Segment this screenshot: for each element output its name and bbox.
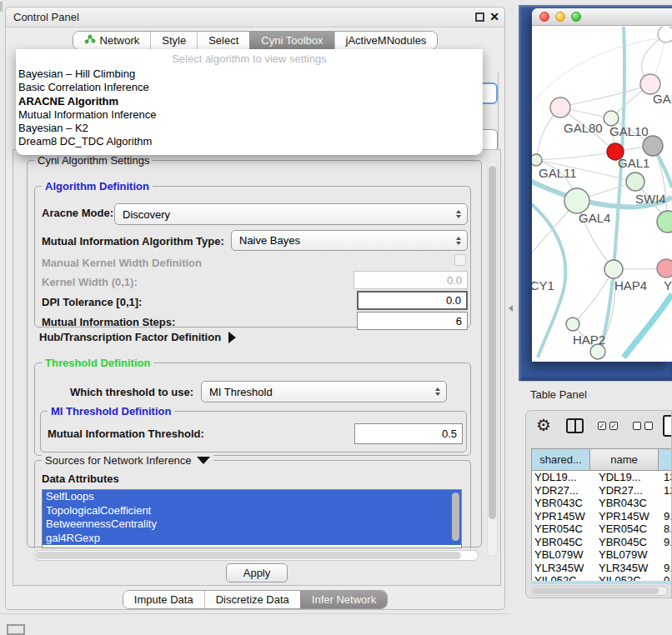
- list-scrollbar-thumb[interactable]: [452, 492, 459, 541]
- network-node[interactable]: [566, 318, 579, 331]
- attribute-item[interactable]: gal4RGexp: [43, 532, 461, 546]
- table-cell: YDL19...: [532, 471, 590, 484]
- column-header-partial[interactable]: [659, 449, 672, 470]
- which-threshold-value: MI Threshold: [209, 386, 273, 398]
- algorithm-option[interactable]: Bayesian – Hill Climbing: [16, 68, 483, 81]
- table-row[interactable]: YBR045CYBR045C9.: [532, 536, 672, 549]
- attribute-item[interactable]: TopologicalCoefficient: [43, 504, 461, 518]
- network-node[interactable]: [626, 172, 644, 191]
- control-panel-titlebar[interactable]: Control Panel ✕: [6, 8, 504, 28]
- mi-threshold-input[interactable]: 0.5: [354, 423, 463, 444]
- tab-discretize-data[interactable]: Discretize Data: [204, 591, 300, 608]
- table-panel-title: Table Panel: [530, 388, 587, 401]
- algorithm-option[interactable]: Basic Correlation Inference: [16, 81, 483, 94]
- network-node-label: GAL80: [564, 121, 603, 135]
- table-row[interactable]: YPR145WYPR145W9.: [532, 510, 672, 523]
- tab-network[interactable]: Network: [73, 32, 151, 49]
- settings-vertical-scrollbar[interactable]: [487, 162, 498, 557]
- gear-icon[interactable]: ⚙: [536, 412, 551, 438]
- split-columns-icon[interactable]: [566, 418, 584, 433]
- manual-kernel-width-checkbox[interactable]: [454, 254, 466, 266]
- algorithm-option[interactable]: ARACNE Algorithm: [16, 95, 483, 108]
- network-node[interactable]: [657, 211, 672, 232]
- hscrollbar-thumb[interactable]: [35, 552, 461, 559]
- table-row[interactable]: YER054CYER054C8.: [532, 522, 672, 536]
- aracne-mode-combo[interactable]: Discovery: [114, 203, 468, 225]
- combo-stepper-icon: [456, 231, 461, 250]
- float-panel-icon[interactable]: [475, 12, 484, 22]
- network-node-label: Y: [664, 278, 672, 292]
- zoom-window-icon[interactable]: [571, 12, 581, 22]
- tab-style[interactable]: Style: [150, 32, 197, 49]
- settings-horizontal-scrollbar[interactable]: [33, 550, 479, 561]
- tab-infer-network[interactable]: Infer Network: [300, 591, 387, 608]
- network-node[interactable]: [550, 98, 570, 118]
- column-header-shared-name[interactable]: shared...: [532, 449, 590, 470]
- mi-steps-input[interactable]: 6: [357, 312, 468, 330]
- mi-algorithm-type-combo[interactable]: Naive Bayes: [231, 230, 468, 251]
- table-cell: 12: [659, 484, 672, 498]
- table-row[interactable]: YDR27...YDR27...12: [532, 484, 672, 498]
- table-row[interactable]: YDL19...YDL19...13: [532, 471, 672, 484]
- column-header-name[interactable]: name: [590, 449, 659, 470]
- tab-impute-data[interactable]: Impute Data: [123, 591, 204, 608]
- which-threshold-combo[interactable]: MI Threshold: [201, 381, 447, 402]
- dpi-tolerance-input[interactable]: 0.0: [357, 291, 468, 310]
- table-row[interactable]: YLR345WYLR345W9.: [532, 562, 672, 575]
- table-cell: YER054C: [590, 522, 659, 536]
- deselect-all-icon[interactable]: [633, 422, 653, 430]
- sources-title[interactable]: Sources for Network Inference: [42, 454, 213, 467]
- vscrollbar-thumb[interactable]: [489, 166, 496, 519]
- network-node-label: GAL: [653, 92, 672, 106]
- tab-cyni-toolbox[interactable]: Cyni Toolbox: [249, 32, 333, 49]
- hub-definition-toggle[interactable]: Hub/Transcription Factor Definition: [39, 331, 236, 343]
- attribute-item[interactable]: SelfLoops: [43, 490, 461, 504]
- close-window-icon[interactable]: [539, 12, 549, 22]
- table-mode-icon[interactable]: [663, 415, 672, 437]
- kernel-width-input[interactable]: 0.0: [354, 271, 468, 289]
- tab-jactivemnodules[interactable]: jActiveMNodules: [334, 32, 438, 49]
- mi-steps-value: 6: [456, 315, 462, 328]
- table-row[interactable]: YBL079WYBL079W: [532, 548, 672, 562]
- select-all-icon[interactable]: ✓ ✓: [598, 422, 618, 430]
- network-node[interactable]: [643, 136, 663, 156]
- attribute-item[interactable]: BetweennessCentrality: [43, 518, 461, 532]
- network-node-label: GAL11: [539, 166, 577, 180]
- network-node-label: GCY1: [532, 278, 554, 292]
- table-hscrollbar-thumb[interactable]: [533, 588, 659, 594]
- network-window[interactable]: GALGAL80GAL10GAL11GAL1SWI4GAL4GCY1HAP4YH…: [532, 8, 672, 362]
- control-panel-tabbar: Network Style Select Cyni Toolbox jActiv…: [6, 31, 504, 50]
- network-canvas[interactable]: GALGAL80GAL10GAL11GAL1SWI4GAL4GCY1HAP4YH…: [532, 27, 672, 361]
- tab-select-label: Select: [208, 34, 238, 47]
- hub-definition-label: Hub/Transcription Factor Definition: [39, 331, 221, 343]
- network-node[interactable]: [658, 27, 672, 42]
- panel-divider-grip[interactable]: [509, 305, 513, 312]
- algorithm-option[interactable]: Dream8 DC_TDC Algorithm: [16, 135, 483, 148]
- data-attributes-list[interactable]: SelfLoopsTopologicalCoefficientBetweenne…: [42, 489, 462, 548]
- unchecked-checkbox-icon: [644, 422, 653, 430]
- close-panel-icon[interactable]: ✕: [489, 10, 499, 24]
- table-panel-titlebar[interactable]: Table Panel: [519, 381, 672, 407]
- table-cell: [659, 497, 672, 510]
- network-node[interactable]: [532, 154, 542, 166]
- table-horizontal-scrollbar[interactable]: [531, 586, 668, 596]
- table-row[interactable]: YBR043CYBR043C: [532, 497, 672, 510]
- table-cell: YPR145W: [590, 510, 659, 523]
- apply-button[interactable]: Apply: [226, 563, 288, 582]
- network-window-titlebar[interactable]: [532, 8, 672, 26]
- selected-row-fragment: [531, 581, 672, 584]
- table-cell: YPR145W: [532, 510, 590, 523]
- cyni-algorithm-settings-group: Cyni Algorithm Settings Algorithm Defini…: [27, 160, 482, 548]
- tab-select[interactable]: Select: [197, 32, 249, 49]
- table-cell: YDR27...: [532, 484, 590, 498]
- minimize-window-icon[interactable]: [555, 12, 565, 22]
- data-attributes-label: Data Attributes: [42, 472, 119, 485]
- network-node[interactable]: [604, 260, 623, 278]
- algorithm-option[interactable]: Mutual Information Inference: [16, 108, 483, 122]
- network-node[interactable]: [657, 259, 672, 278]
- network-node[interactable]: [564, 188, 589, 213]
- combo-stepper-icon: [456, 204, 461, 224]
- threshold-definition-title: Threshold Definition: [42, 357, 153, 369]
- algorithm-option[interactable]: Bayesian – K2: [16, 122, 483, 135]
- mi-threshold-value: 0.5: [442, 428, 457, 440]
